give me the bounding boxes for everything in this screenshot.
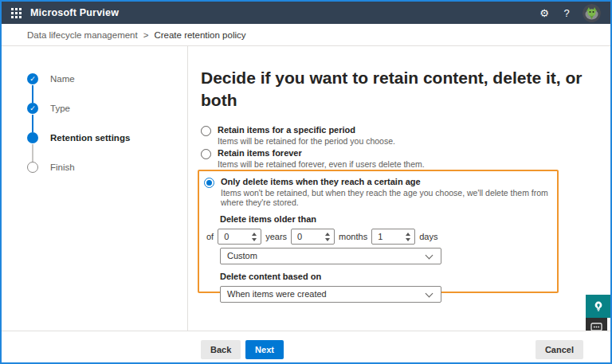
days-label: days (419, 232, 437, 241)
age-spinner-row: of 0 years 0 months 1 days (206, 229, 552, 245)
step-upcoming-circle-icon (27, 162, 38, 173)
top-app-bar: Microsoft Purview ⚙ ? (2, 2, 610, 24)
step-connector (32, 144, 33, 162)
step-retention-settings[interactable]: Retention settings (27, 132, 130, 143)
next-button[interactable]: Next (245, 340, 284, 359)
step-complete-check-icon: ✓ (27, 103, 38, 114)
stepper-up-down-icons[interactable] (325, 233, 334, 241)
option-retain-forever[interactable]: Retain items forever Items will be retai… (201, 148, 425, 169)
of-prefix-label: of (206, 232, 214, 241)
step-name[interactable]: ✓ Name (27, 73, 75, 84)
breadcrumb-current-page: Create retention policy (154, 30, 245, 40)
radio-button[interactable] (201, 126, 211, 136)
radio-button[interactable] (201, 149, 211, 159)
delete-items-older-than-heading: Delete items older than (220, 214, 552, 224)
duration-preset-dropdown[interactable]: Custom (220, 248, 441, 264)
months-label: months (339, 232, 367, 241)
option-retain-specific-period[interactable]: Retain items for a specific period Items… (201, 125, 395, 146)
step-connector (32, 115, 33, 132)
step-connector (32, 85, 33, 103)
lightbulb-icon (593, 300, 604, 313)
breadcrumb-separator: > (143, 30, 149, 40)
breadcrumb-bar: Data lifecycle management > Create reten… (2, 24, 610, 46)
diagnostics-lightbulb-button[interactable] (586, 295, 610, 318)
chevron-down-icon (426, 290, 434, 298)
breadcrumb: Data lifecycle management > Create reten… (27, 30, 246, 40)
cancel-button[interactable]: Cancel (536, 340, 583, 359)
option-only-delete[interactable]: Only delete items when they reach a cert… (204, 177, 552, 207)
back-button[interactable]: Back (201, 340, 241, 359)
months-stepper[interactable]: 0 (291, 229, 335, 245)
step-type[interactable]: ✓ Type (27, 103, 70, 114)
stepper-up-down-icons[interactable] (252, 233, 261, 241)
radio-button-selected[interactable] (204, 178, 214, 188)
chevron-down-icon (426, 252, 434, 260)
days-stepper[interactable]: 1 (371, 229, 415, 245)
page-title: Decide if you want to retain content, de… (201, 67, 590, 112)
step-finish[interactable]: Finish (27, 162, 75, 173)
delete-content-based-on-heading: Delete content based on (220, 272, 552, 281)
step-complete-check-icon: ✓ (27, 73, 38, 84)
help-icon[interactable]: ? (555, 2, 578, 24)
years-stepper[interactable]: 0 (218, 229, 261, 245)
wizard-step-rail: ✓ Name ✓ Type Retention settings Finish (2, 46, 188, 331)
selected-option-highlight-box: Only delete items when they reach a cert… (198, 170, 559, 293)
purview-window: Microsoft Purview ⚙ ? Data lifecycle (0, 0, 612, 364)
years-label: years (265, 232, 287, 241)
settings-gear-icon[interactable]: ⚙ (533, 2, 555, 24)
breadcrumb-section-link[interactable]: Data lifecycle management (27, 30, 138, 40)
wizard-footer: Back Next Cancel (2, 331, 610, 362)
step-current-dot-icon (27, 132, 38, 143)
delete-basis-dropdown[interactable]: When items were created (220, 286, 441, 303)
app-launcher-icon[interactable] (11, 8, 22, 18)
account-avatar[interactable] (583, 4, 601, 22)
app-title: Microsoft Purview (30, 7, 119, 18)
stepper-up-down-icons[interactable] (406, 233, 414, 241)
